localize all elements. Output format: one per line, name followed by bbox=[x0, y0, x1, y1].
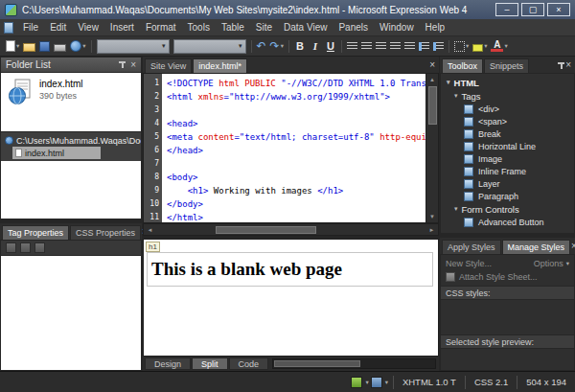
toolbox-item-paragraph[interactable]: Paragraph bbox=[441, 190, 574, 202]
code-line-3[interactable] bbox=[167, 104, 426, 117]
code-line-8[interactable]: <body> bbox=[167, 171, 426, 184]
doctype-indicator[interactable]: XHTML 1.0 T bbox=[393, 376, 465, 389]
design-heading-text[interactable]: This is a blank web page bbox=[151, 259, 342, 280]
menu-edit[interactable]: Edit bbox=[44, 20, 72, 35]
code-line-2[interactable]: <html xmlns="http://www.w3.org/1999/xhtm… bbox=[167, 90, 426, 104]
toolbox-item-layer[interactable]: Layer bbox=[441, 177, 574, 190]
menu-format[interactable]: Format bbox=[140, 20, 182, 35]
tab-snippets[interactable]: Snippets bbox=[484, 58, 529, 73]
code-line-5[interactable]: <meta content="text/html; charset=utf-8"… bbox=[167, 130, 426, 144]
scroll-right-icon[interactable]: ► bbox=[426, 224, 438, 236]
tab-apply-styles[interactable]: Apply Styles bbox=[442, 240, 501, 254]
toolbox-item-image[interactable]: Image bbox=[441, 152, 574, 165]
design-view[interactable]: h1 This is a blank web page bbox=[143, 239, 439, 357]
site-root-item[interactable]: C:\Users\Muhammad.Waqas\Documents\M bbox=[1, 134, 141, 147]
bullet-list-icon[interactable] bbox=[402, 37, 417, 55]
toolbox-item-span[interactable]: <span> bbox=[441, 115, 574, 127]
menu-panels[interactable]: Panels bbox=[333, 20, 374, 35]
code-editor[interactable]: <!DOCTYPE html PUBLIC "-//W3C//DTD XHTML… bbox=[162, 74, 426, 222]
font-dropdown[interactable]: ▾ bbox=[173, 39, 246, 54]
close-document-icon[interactable]: × bbox=[429, 60, 435, 70]
preview-in-browser-icon[interactable]: ▾ bbox=[68, 37, 87, 55]
code-line-7[interactable] bbox=[167, 157, 426, 171]
pin-icon[interactable] bbox=[558, 62, 564, 69]
code-vertical-scrollbar[interactable]: ▲ ▼ bbox=[426, 74, 438, 222]
tag-properties-grid[interactable] bbox=[0, 255, 142, 371]
minimize-button[interactable]: – bbox=[495, 3, 518, 16]
tab-design[interactable]: Design bbox=[145, 357, 191, 370]
decrease-indent-icon[interactable] bbox=[417, 37, 431, 55]
undo-icon[interactable]: ↶ bbox=[255, 37, 268, 55]
visual-aids-icon[interactable] bbox=[351, 377, 362, 388]
code-horizontal-scrollbar[interactable]: ◄ ► bbox=[143, 223, 439, 236]
borders-icon[interactable]: ▾ bbox=[452, 37, 471, 55]
toolbox-section-html[interactable]: ▾HTML bbox=[441, 76, 574, 89]
scroll-left-icon[interactable]: ◄ bbox=[144, 224, 156, 236]
chevron-down-icon[interactable]: ▾ bbox=[385, 379, 388, 386]
save-icon[interactable] bbox=[37, 37, 52, 55]
code-line-10[interactable]: </body> bbox=[167, 197, 426, 211]
tab-toolbox[interactable]: Toolbox bbox=[442, 58, 483, 73]
design-horizontal-scrollbar[interactable] bbox=[272, 358, 436, 369]
toolbox-item-break[interactable]: Break bbox=[441, 127, 574, 140]
bold-icon[interactable]: B bbox=[292, 37, 308, 55]
italic-icon[interactable]: I bbox=[308, 37, 323, 55]
chevron-down-icon[interactable]: ▾ bbox=[365, 379, 368, 386]
toolbox-item-horizontal-line[interactable]: Horizontal Line bbox=[441, 140, 574, 152]
h1-block-outline[interactable]: This is a blank web page bbox=[147, 252, 433, 287]
show-set-properties-icon[interactable] bbox=[34, 242, 45, 253]
menu-help[interactable]: Help bbox=[420, 20, 451, 35]
tab-css-properties[interactable]: CSS Properties bbox=[70, 225, 141, 240]
highlight-icon[interactable]: ▾ bbox=[471, 37, 489, 55]
align-right-icon[interactable] bbox=[374, 37, 388, 55]
scroll-down-icon[interactable]: ▼ bbox=[426, 211, 439, 222]
tab-code[interactable]: Code bbox=[229, 357, 269, 370]
menu-insert[interactable]: Insert bbox=[104, 20, 140, 35]
style-application-icon[interactable] bbox=[371, 377, 382, 388]
code-line-4[interactable]: <head> bbox=[167, 117, 426, 130]
horizontal-scrollbar-thumb[interactable] bbox=[216, 226, 316, 234]
tab-split[interactable]: Split bbox=[192, 357, 228, 370]
scroll-up-icon[interactable]: ▲ bbox=[426, 74, 439, 85]
menu-file[interactable]: File bbox=[17, 20, 44, 35]
menu-site[interactable]: Site bbox=[250, 20, 278, 35]
element-tag-label[interactable]: h1 bbox=[146, 242, 160, 252]
toolbox-item-inline-frame[interactable]: Inline Frame bbox=[441, 165, 574, 177]
file-item-index-html[interactable]: index.html bbox=[12, 147, 101, 159]
code-line-9[interactable]: <h1> Working with images </h1> bbox=[167, 184, 426, 197]
css-styles-list[interactable] bbox=[441, 300, 574, 334]
document-menu-icon[interactable] bbox=[4, 22, 13, 34]
show-alphabetized-icon[interactable] bbox=[20, 242, 31, 253]
new-document-icon[interactable]: ▾ bbox=[4, 37, 21, 55]
horizontal-scrollbar-thumb[interactable] bbox=[274, 360, 360, 367]
open-folder-icon[interactable] bbox=[21, 37, 37, 55]
options-button[interactable]: Options ▾ bbox=[534, 259, 569, 268]
underline-icon[interactable]: U bbox=[323, 37, 338, 55]
code-line-11[interactable]: </html> bbox=[167, 211, 426, 222]
close-panel-icon[interactable]: × bbox=[565, 60, 571, 70]
maximize-button[interactable]: ▢ bbox=[521, 3, 544, 16]
menu-data-view[interactable]: Data View bbox=[278, 20, 333, 35]
toolbox-section-tags[interactable]: ▾Tags bbox=[441, 89, 574, 103]
code-line-1[interactable]: <!DOCTYPE html PUBLIC "-//W3C//DTD XHTML… bbox=[167, 77, 426, 90]
close-button[interactable]: × bbox=[547, 3, 570, 16]
redo-icon[interactable]: ↷▾ bbox=[268, 37, 286, 55]
align-left-icon[interactable] bbox=[345, 37, 359, 55]
menu-window[interactable]: Window bbox=[374, 20, 420, 35]
folder-list-header[interactable]: Folder List × bbox=[0, 57, 142, 73]
code-line-6[interactable]: </head> bbox=[167, 144, 426, 157]
page-size-indicator[interactable]: 504 x 194 bbox=[517, 376, 575, 389]
vertical-scrollbar-thumb[interactable] bbox=[428, 86, 437, 125]
tab-tag-properties[interactable]: Tag Properties bbox=[2, 225, 69, 240]
menu-table[interactable]: Table bbox=[216, 20, 250, 35]
menu-view[interactable]: View bbox=[72, 20, 104, 35]
font-color-icon[interactable]: A▾ bbox=[489, 37, 509, 55]
toolbox-item-advanced-button[interactable]: Advanced Button bbox=[441, 216, 574, 228]
css-schema-indicator[interactable]: CSS 2.1 bbox=[465, 376, 517, 389]
new-style-button[interactable]: New Style... bbox=[446, 259, 492, 268]
attach-style-sheet-button[interactable]: Attach Style Sheet... bbox=[441, 270, 574, 286]
style-dropdown[interactable]: ▾ bbox=[97, 39, 170, 54]
close-panel-icon[interactable]: × bbox=[571, 242, 575, 251]
tab-index-html[interactable]: index.html* bbox=[193, 58, 247, 73]
toolbox-item-div[interactable]: <div> bbox=[441, 103, 574, 115]
